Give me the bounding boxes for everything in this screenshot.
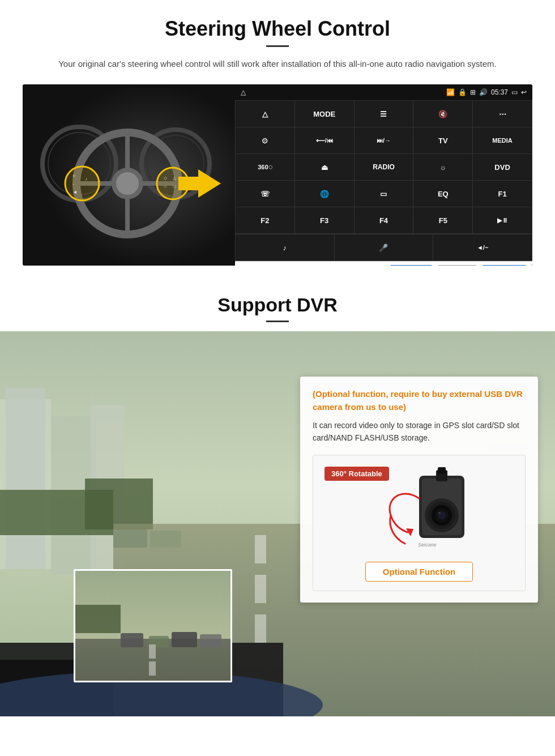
svg-text:Seicane: Seicane: [418, 542, 437, 548]
svg-rect-47: [121, 633, 143, 647]
dvr-small-capture: [74, 569, 232, 682]
svg-text:◇: ◇: [164, 176, 168, 181]
btn-f3[interactable]: F3: [295, 207, 354, 233]
swc-description: Your original car's steering wheel contr…: [45, 57, 510, 71]
btn-mic[interactable]: 🎤: [335, 234, 433, 260]
back-icon: ↩: [521, 88, 527, 96]
dvr-info-card: (Optional function, require to buy exter…: [300, 377, 538, 603]
btn-next[interactable]: ⏭/→: [355, 127, 413, 153]
svg-rect-38: [113, 529, 147, 548]
end-button[interactable]: End: [437, 265, 477, 266]
btn-f2[interactable]: F2: [236, 207, 294, 233]
btn-mute[interactable]: 🔇: [413, 101, 472, 127]
svg-rect-31: [255, 535, 266, 563]
dvr-title: Support DVR: [23, 294, 532, 316]
svg-text:◄: ◄: [72, 189, 78, 195]
btn-home[interactable]: △: [236, 101, 294, 127]
dvr-header: Support DVR: [0, 277, 555, 331]
svg-text:-: -: [72, 181, 74, 187]
btn-brightness[interactable]: ☼: [413, 154, 472, 180]
svg-point-63: [438, 512, 441, 514]
steering-wheel-photo: + - ◄ ♪ ◇ ○ △ □: [23, 84, 235, 266]
btn-eject[interactable]: ⏏: [295, 154, 354, 180]
svg-text:□: □: [173, 184, 176, 189]
svg-text:+: +: [72, 173, 75, 179]
btn-360[interactable]: 360⬡: [236, 154, 294, 180]
svg-rect-39: [150, 531, 181, 548]
svg-rect-25: [6, 388, 45, 569]
status-left: △: [241, 88, 246, 96]
svg-text:△: △: [173, 176, 177, 181]
svg-rect-53: [75, 605, 121, 633]
svg-point-11: [116, 172, 139, 195]
btn-phone[interactable]: ☏: [236, 181, 294, 207]
svg-point-12: [65, 166, 99, 200]
btn-playpause[interactable]: ▶⏸: [473, 207, 532, 233]
clear-button[interactable]: Clear: [482, 265, 527, 266]
dvr-divider: [266, 321, 289, 322]
btn-dvd[interactable]: DVD: [473, 154, 532, 180]
window-icon: ▭: [511, 88, 518, 96]
svg-rect-52: [149, 661, 156, 676]
svg-rect-32: [255, 575, 266, 603]
btn-settings[interactable]: ⊙: [236, 127, 294, 153]
svg-text:○: ○: [164, 184, 166, 189]
svg-text:♪: ♪: [85, 177, 87, 182]
start-button[interactable]: Start: [390, 265, 433, 266]
grid-icon: ⊞: [470, 88, 476, 96]
btn-music[interactable]: ♪: [236, 234, 334, 260]
wifi-icon: 📶: [446, 88, 455, 96]
swc-title: Steering Wheel Control: [23, 17, 532, 41]
btn-rect[interactable]: ▭: [355, 181, 413, 207]
swc-section: Steering Wheel Control Your original car…: [0, 0, 555, 277]
volume-icon: 🔊: [479, 88, 488, 96]
dvr-product-box: 360° Rotatable: [313, 455, 526, 591]
iface-partial-row: ♪ 🎤 ◄/~: [235, 234, 532, 261]
swc-interface-panel: △ 📶 🔒 ⊞ 🔊 05:37 ▭ ↩ △ MODE ☰ 🔇: [235, 84, 532, 266]
clock: 05:37: [491, 88, 508, 96]
svg-rect-33: [255, 614, 266, 643]
dvr-content-area: (Optional function, require to buy exter…: [0, 331, 555, 716]
svg-rect-50: [200, 634, 221, 647]
home-icon: △: [241, 88, 246, 96]
btn-mode[interactable]: MODE: [295, 101, 354, 127]
btn-apps[interactable]: ⋯: [473, 101, 532, 127]
swc-composite: + - ◄ ♪ ◇ ○ △ □: [23, 84, 532, 266]
btn-voldown[interactable]: ◄/~: [433, 234, 532, 260]
iface-statusbar: △ 📶 🔒 ⊞ 🔊 05:37 ▭ ↩: [235, 84, 532, 100]
btn-radio[interactable]: RADIO: [355, 154, 413, 180]
dvr-360-badge: 360° Rotatable: [325, 467, 389, 481]
btn-tv[interactable]: TV: [413, 127, 472, 153]
swc-divider: [266, 45, 289, 47]
btn-f1[interactable]: F1: [473, 181, 532, 207]
btn-browser[interactable]: 🌐: [295, 181, 354, 207]
btn-eq[interactable]: EQ: [413, 181, 472, 207]
btn-f4[interactable]: F4: [355, 207, 413, 233]
dvr-description: It can record video only to storage in G…: [313, 419, 526, 445]
btn-prev[interactable]: ⟵/⏮: [295, 127, 354, 153]
car-background-svg: + - ◄ ♪ ◇ ○ △ □: [23, 84, 235, 266]
dvr-optional-text: (Optional function, require to buy exter…: [313, 388, 526, 413]
svg-rect-49: [172, 632, 197, 647]
svg-rect-51: [149, 644, 156, 659]
btn-f5[interactable]: F5: [413, 207, 472, 233]
svg-rect-57: [438, 467, 446, 474]
iface-bottom-bar: Start End Clear: [235, 261, 532, 266]
btn-menu[interactable]: ☰: [355, 101, 413, 127]
iface-button-grid: △ MODE ☰ 🔇 ⋯ ⊙ ⟵/⏮ ⏭/→ TV MEDIA 360⬡ ⏏ R…: [235, 100, 532, 234]
btn-media[interactable]: MEDIA: [473, 127, 532, 153]
dvr-capture-svg: [75, 571, 232, 682]
lock-icon: 🔒: [458, 88, 467, 96]
dvr-section: Support DVR: [0, 277, 555, 716]
dvr-optional-label: Optional Function: [365, 562, 473, 582]
status-right: 📶 🔒 ⊞ 🔊 05:37 ▭ ↩: [446, 88, 527, 96]
svg-rect-29: [85, 479, 153, 529]
